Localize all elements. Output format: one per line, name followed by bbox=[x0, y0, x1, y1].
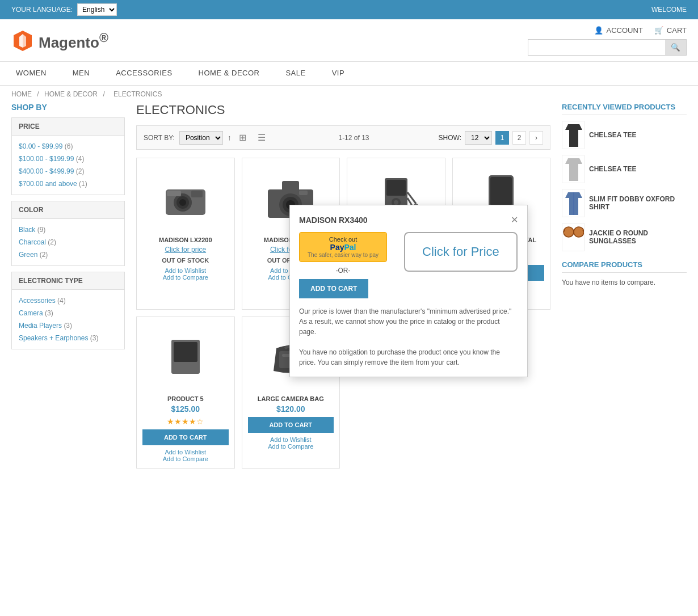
nav-accessories[interactable]: ACCESSORIES bbox=[111, 62, 176, 85]
page-next-button[interactable]: › bbox=[529, 131, 543, 145]
nav-sale[interactable]: SALE bbox=[281, 62, 310, 85]
nav-vip[interactable]: VIP bbox=[327, 62, 349, 85]
svg-rect-14 bbox=[299, 191, 308, 195]
add-to-cart-p5[interactable]: ADD TO CART bbox=[142, 429, 229, 445]
nav-men[interactable]: MEN bbox=[68, 62, 94, 85]
product-name-p5[interactable]: PRODUCT 5 bbox=[142, 395, 229, 402]
wishlist-p5[interactable]: Add to Wishlist bbox=[165, 449, 206, 455]
main-content: ELECTRONICS SORT BY: Position ↑ ⊞ ☰ 1-12… bbox=[136, 103, 550, 469]
popup-add-to-cart-button[interactable]: ADD TO CART bbox=[299, 279, 368, 298]
breadcrumb-home[interactable]: HOME bbox=[11, 90, 32, 98]
price-filter-header: PRICE bbox=[12, 118, 124, 136]
recent-thumb-chelsea1 bbox=[562, 121, 585, 149]
product-rating-p5: ★★★★☆ bbox=[142, 417, 229, 426]
product-name-bag[interactable]: LARGE CAMERA BAG bbox=[248, 395, 334, 402]
breadcrumb-current: ELECTRONICS bbox=[113, 90, 162, 98]
svg-rect-27 bbox=[174, 342, 197, 362]
svg-rect-7 bbox=[191, 191, 203, 197]
etype-media[interactable]: Media Players (3) bbox=[12, 319, 124, 332]
show-label: SHOW: bbox=[439, 134, 461, 142]
svg-line-19 bbox=[407, 192, 416, 204]
language-label: YOUR LANGUAGE: bbox=[11, 6, 73, 14]
account-link[interactable]: 👤 ACCOUNT bbox=[594, 26, 643, 35]
product-links-bag: Add to Wishlist Add to Compare bbox=[248, 436, 334, 450]
product-price-bag: $120.00 bbox=[248, 404, 334, 414]
product-links-p5: Add to Wishlist Add to Compare bbox=[142, 449, 229, 462]
price-range-1[interactable]: $0.00 - $99.99 (6) bbox=[12, 140, 124, 153]
search-input[interactable] bbox=[528, 40, 665, 55]
sort-by-select[interactable]: Position bbox=[179, 131, 223, 145]
nav-home-decor[interactable]: HOME & DECOR bbox=[194, 62, 264, 85]
recent-thumb-sunglasses bbox=[562, 223, 585, 251]
recent-name-chelsea1: CHELSEA TEE bbox=[589, 131, 637, 139]
compare-p5[interactable]: Add to Compare bbox=[163, 455, 208, 462]
price-range-3[interactable]: $400.00 - $499.99 (2) bbox=[12, 165, 124, 178]
etype-filter-header: ELECTRONIC TYPE bbox=[12, 272, 124, 290]
page-1-button[interactable]: 1 bbox=[495, 131, 509, 145]
top-bar: YOUR LANGUAGE: English WELCOME bbox=[0, 0, 698, 19]
breadcrumb: HOME / HOME & DECOR / ELECTRONICS bbox=[0, 86, 698, 103]
shirt-blue-icon bbox=[562, 189, 585, 217]
product-click-price-lx2200[interactable]: Click for price bbox=[142, 246, 229, 254]
product-price-p5: $125.00 bbox=[142, 404, 229, 414]
product-image-lx2200[interactable] bbox=[142, 164, 229, 232]
recent-name-dobby: SLIM FIT DOBBY OXFORD SHIRT bbox=[589, 195, 687, 211]
grid-view-button[interactable]: ⊞ bbox=[236, 130, 250, 145]
svg-point-31 bbox=[564, 227, 574, 237]
color-charcoal[interactable]: Charcoal (2) bbox=[12, 236, 124, 248]
welcome-text: WELCOME bbox=[651, 6, 687, 14]
color-green[interactable]: Green (2) bbox=[12, 248, 124, 261]
logo-text: Magento® bbox=[39, 31, 108, 52]
etype-accessories[interactable]: Accessories (4) bbox=[12, 294, 124, 307]
search-button[interactable]: 🔍 bbox=[665, 40, 686, 55]
list-view-button[interactable]: ☰ bbox=[254, 130, 269, 145]
page-2-button[interactable]: 2 bbox=[512, 131, 526, 145]
paypal-sub: The safer, easier way to pay bbox=[308, 252, 379, 258]
price-filter: PRICE $0.00 - $99.99 (6) $100.00 - $199.… bbox=[11, 117, 125, 195]
add-to-cart-bag[interactable]: ADD TO CART bbox=[248, 417, 334, 433]
popup-header: MADISON RX3400 ✕ bbox=[299, 214, 518, 225]
cart-icon: 🛒 bbox=[654, 26, 663, 35]
product-name-lx2200[interactable]: MADISON LX2200 bbox=[142, 237, 229, 243]
show-select[interactable]: 12 bbox=[465, 131, 492, 145]
recent-item-dobby[interactable]: SLIM FIT DOBBY OXFORD SHIRT bbox=[562, 189, 687, 217]
etype-speakers[interactable]: Speakers + Earphones (3) bbox=[12, 332, 124, 344]
breadcrumb-home-decor[interactable]: HOME & DECOR bbox=[44, 90, 98, 98]
cart-link[interactable]: 🛒 CART bbox=[654, 26, 687, 35]
recent-item-sunglasses[interactable]: JACKIE O ROUND SUNGLASSES bbox=[562, 223, 687, 251]
product-image-p5[interactable] bbox=[142, 323, 229, 391]
paypal-button[interactable]: Check out PayPal The safer, easier way t… bbox=[299, 232, 387, 262]
color-filter: COLOR Black (9) Charcoal (2) Green (2) bbox=[11, 201, 125, 266]
main-nav: WOMEN MEN ACCESSORIES HOME & DECOR SALE … bbox=[0, 62, 698, 86]
nav-women[interactable]: WOMEN bbox=[11, 62, 51, 85]
price-range-4[interactable]: $700.00 and above (1) bbox=[12, 178, 124, 190]
account-icon: 👤 bbox=[594, 26, 603, 35]
logo[interactable]: Magento® bbox=[11, 29, 108, 52]
recent-name-chelsea2: CHELSEA TEE bbox=[589, 165, 637, 173]
product-card-lx2200: MADISON LX2200 Click for price OUT OF ST… bbox=[136, 158, 235, 310]
wishlist-bag[interactable]: Add to Wishlist bbox=[270, 436, 312, 443]
svg-point-6 bbox=[179, 199, 186, 206]
compare-lx2200[interactable]: Add to Compare bbox=[163, 274, 208, 281]
header-right: 👤 ACCOUNT 🛒 CART 🔍 bbox=[528, 26, 687, 56]
recent-item-chelsea1[interactable]: CHELSEA TEE bbox=[562, 121, 687, 149]
etype-camera[interactable]: Camera (3) bbox=[12, 307, 124, 319]
wishlist-lx2200[interactable]: Add to Wishlist bbox=[165, 267, 206, 274]
compare-bag[interactable]: Add to Compare bbox=[268, 443, 313, 450]
sort-arrow-icon[interactable]: ↑ bbox=[228, 133, 232, 142]
product-links-lx2200: Add to Wishlist Add to Compare bbox=[142, 267, 229, 281]
click-for-price-box[interactable]: Click for Price bbox=[404, 232, 518, 272]
recent-item-chelsea2[interactable]: CHELSEA TEE bbox=[562, 155, 687, 183]
price-range-2[interactable]: $100.00 - $199.99 (4) bbox=[12, 153, 124, 165]
language-select[interactable]: English bbox=[77, 3, 117, 16]
out-of-stock-lx2200: OUT OF STOCK bbox=[142, 257, 229, 264]
popup-close-button[interactable]: ✕ bbox=[511, 214, 518, 225]
color-filter-header: COLOR bbox=[12, 201, 124, 219]
or-text: -OR- bbox=[299, 267, 387, 275]
color-black[interactable]: Black (9) bbox=[12, 223, 124, 236]
svg-rect-10 bbox=[282, 181, 299, 192]
page-title: ELECTRONICS bbox=[136, 103, 550, 117]
product-card-p5: PRODUCT 5 $125.00 ★★★★☆ ADD TO CART Add … bbox=[136, 317, 235, 469]
compare-section: COMPARE PRODUCTS You have no items to co… bbox=[562, 260, 687, 286]
recent-thumb-dobby bbox=[562, 189, 585, 217]
